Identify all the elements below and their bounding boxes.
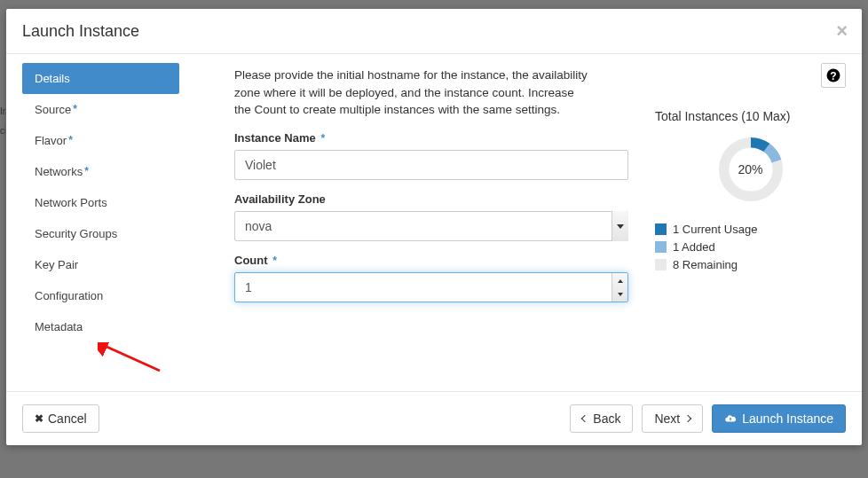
back-button[interactable]: Back <box>570 404 633 433</box>
sidebar-item-label: Metadata <box>35 320 83 333</box>
close-icon[interactable]: × <box>836 21 848 41</box>
button-label: Next <box>654 411 680 426</box>
modal-header: Launch Instance × <box>6 9 862 54</box>
cloud-upload-icon <box>724 412 737 425</box>
legend-added: 1 Added <box>655 240 846 254</box>
instance-name-input[interactable] <box>234 150 628 180</box>
count-label: Count * <box>234 254 628 267</box>
sidebar-item-label: Source <box>35 103 71 116</box>
modal-title: Launch Instance <box>22 22 846 41</box>
required-icon: * <box>73 103 77 115</box>
sidebar-item-label: Network Ports <box>35 196 107 209</box>
legend-swatch <box>655 223 667 235</box>
legend-swatch <box>655 241 667 253</box>
sidebar-item-key-pair[interactable]: Key Pair <box>22 249 179 280</box>
label-text: Instance Name <box>234 131 316 145</box>
quota-percent-label: 20% <box>715 134 786 205</box>
sidebar-item-security-groups[interactable]: Security Groups <box>22 218 179 249</box>
sidebar-item-label: Key Pair <box>35 258 78 271</box>
sidebar-item-networks[interactable]: Networks* <box>22 156 179 187</box>
count-input[interactable] <box>234 272 628 302</box>
availability-zone-label: Availability Zone <box>234 192 628 206</box>
count-down-button[interactable] <box>612 287 627 302</box>
label-text: Count <box>234 254 268 267</box>
launch-instance-modal: Launch Instance × Details Source* Flavor… <box>6 9 862 445</box>
label-text: Availability Zone <box>234 192 326 206</box>
legend-text: 8 Remaining <box>673 258 738 271</box>
x-icon: ✖ <box>35 415 43 423</box>
quota-donut-chart: 20% <box>715 134 786 205</box>
help-button[interactable]: ? <box>821 63 846 88</box>
button-label: Cancel <box>48 411 87 426</box>
button-label: Back <box>593 411 620 426</box>
modal-footer: ✖ Cancel Back Next Launch Instance <box>6 391 862 445</box>
legend-current: 1 Current Usage <box>655 223 846 236</box>
quota-legend: 1 Current Usage 1 Added 8 Remaining <box>655 223 846 271</box>
launch-instance-button[interactable]: Launch Instance <box>712 404 846 433</box>
svg-text:?: ? <box>830 70 836 82</box>
legend-swatch <box>655 259 667 270</box>
chevron-right-icon <box>684 415 691 422</box>
sidebar-item-label: Details <box>35 72 70 85</box>
count-up-button[interactable] <box>612 273 627 287</box>
legend-text: 1 Current Usage <box>673 223 757 236</box>
button-label: Launch Instance <box>742 411 833 426</box>
sidebar-item-metadata[interactable]: Metadata <box>22 311 179 342</box>
wizard-sidebar: Details Source* Flavor* Networks* Networ… <box>6 63 188 382</box>
required-icon: * <box>272 255 277 267</box>
required-icon: * <box>68 134 73 146</box>
required-icon: * <box>320 132 325 145</box>
legend-remaining: 8 Remaining <box>655 258 846 271</box>
sidebar-item-label: Configuration <box>35 289 103 302</box>
sidebar-item-source[interactable]: Source* <box>22 94 179 125</box>
sidebar-item-label: Security Groups <box>35 227 117 240</box>
chevron-left-icon <box>581 415 588 422</box>
count-stepper <box>612 273 627 302</box>
sidebar-item-label: Flavor <box>35 134 67 147</box>
sidebar-item-label: Networks <box>35 165 83 178</box>
availability-zone-select[interactable]: nova <box>234 211 628 241</box>
sidebar-item-network-ports[interactable]: Network Ports <box>22 187 179 218</box>
intro-text: Please provide the initial hostname for … <box>234 67 628 119</box>
cancel-button[interactable]: ✖ Cancel <box>22 404 99 433</box>
question-circle-icon: ? <box>825 67 841 83</box>
quota-title: Total Instances (10 Max) <box>655 109 846 123</box>
required-icon: * <box>84 165 89 177</box>
sidebar-item-details[interactable]: Details <box>22 63 179 94</box>
sidebar-item-configuration[interactable]: Configuration <box>22 280 179 311</box>
legend-text: 1 Added <box>673 240 715 254</box>
next-button[interactable]: Next <box>642 404 703 433</box>
instance-name-label: Instance Name * <box>234 131 628 145</box>
sidebar-item-flavor[interactable]: Flavor* <box>22 125 179 156</box>
